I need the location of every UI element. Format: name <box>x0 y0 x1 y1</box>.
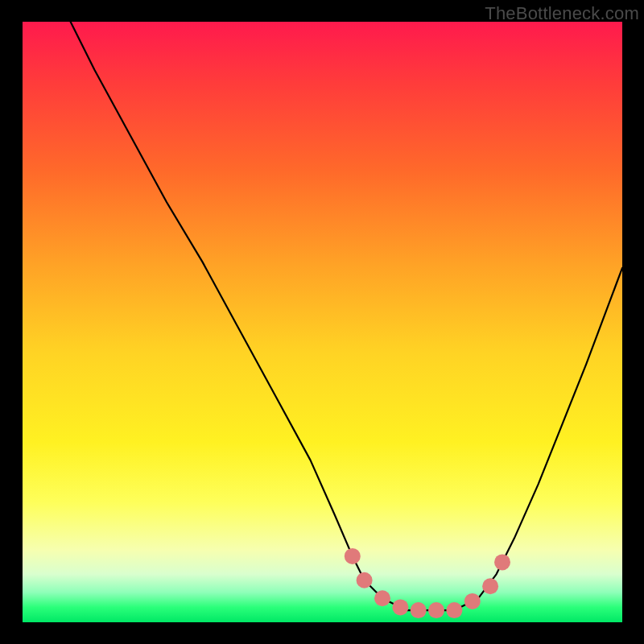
highlight-dot <box>345 548 361 564</box>
highlight-dot <box>446 602 462 618</box>
chart-svg <box>23 22 622 622</box>
curve-line <box>71 22 622 610</box>
highlight-dot <box>494 554 510 570</box>
highlight-dot <box>428 602 444 618</box>
highlight-dot <box>411 602 427 618</box>
highlight-dot <box>464 593 481 609</box>
highlight-dot <box>482 578 498 594</box>
plot-area <box>23 22 622 622</box>
highlight-dot <box>374 590 390 606</box>
highlight-dot <box>392 599 408 615</box>
highlight-dots <box>345 548 510 618</box>
chart-frame: TheBottleneck.com <box>0 0 644 644</box>
highlight-dot <box>357 572 373 588</box>
